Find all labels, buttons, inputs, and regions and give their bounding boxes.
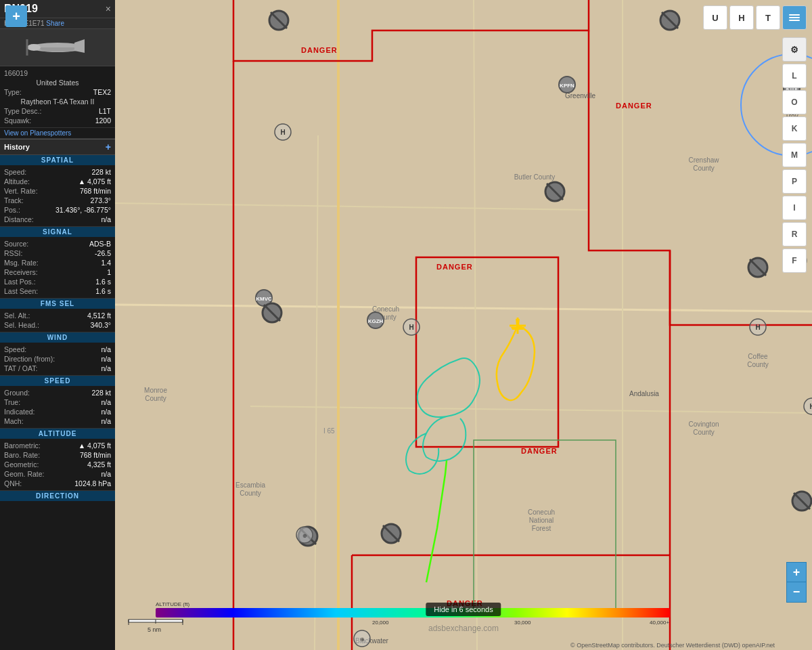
true-speed-value: n/a bbox=[101, 398, 111, 406]
l-button[interactable]: L bbox=[782, 64, 807, 88]
svg-text:KMVC: KMVC bbox=[256, 296, 272, 302]
svg-marker-3 bbox=[74, 47, 85, 53]
sel-head-value: 340.3° bbox=[91, 321, 111, 329]
i-button[interactable]: I bbox=[782, 196, 807, 220]
type-label: Type: bbox=[4, 88, 22, 96]
svg-text:H: H bbox=[809, 403, 812, 410]
tat-row: TAT / OAT: n/a bbox=[0, 364, 115, 373]
altitude-section: Barometric: ▲ 4,075 ft Baro. Rate: 768 f… bbox=[0, 439, 115, 491]
sel-alt-row: Sel. Alt.: 4,512 ft bbox=[0, 311, 115, 320]
history-label: History bbox=[4, 143, 30, 151]
toolbar-u-button[interactable]: U bbox=[703, 5, 727, 30]
zoom-out-button[interactable]: − bbox=[786, 582, 807, 603]
last-seen-value: 1.6 s bbox=[95, 287, 111, 295]
no-entry-marker-4 bbox=[748, 258, 767, 277]
svg-text:Conecuh: Conecuh bbox=[528, 508, 555, 516]
no-entry-marker-6 bbox=[382, 524, 401, 543]
type-desc-row: Type Desc.: L1T bbox=[0, 106, 115, 116]
type-desc-value: L1T bbox=[99, 107, 111, 115]
map-add-button[interactable]: + bbox=[5, 5, 27, 27]
fms-sel-section: Sel. Alt.: 4,512 ft Sel. Head.: 340.3° bbox=[0, 309, 115, 332]
ground-speed-row: Ground: 228 kt bbox=[0, 388, 115, 397]
country-value: United States bbox=[36, 79, 78, 87]
type-value: TEX2 bbox=[93, 88, 111, 96]
last-pos-row: Last Pos.: 1.6 s bbox=[0, 277, 115, 286]
speed-header: SPEED bbox=[0, 376, 115, 386]
p-button[interactable]: P bbox=[782, 169, 807, 194]
rssi-label: RSSI: bbox=[4, 249, 22, 257]
rssi-row: RSSI: -26.5 bbox=[0, 248, 115, 258]
map-container[interactable]: I 65 DANGER DANGER DANGER DANGER DANGER … bbox=[115, 0, 812, 650]
vert-rate-row: Vert. Rate: 768 ft/min bbox=[0, 186, 115, 196]
mach-row: Mach: n/a bbox=[0, 416, 115, 426]
svg-text:5 nm: 5 nm bbox=[148, 626, 161, 633]
history-add-button[interactable]: + bbox=[106, 142, 111, 152]
ground-speed-label: Ground: bbox=[4, 389, 30, 397]
track-value: 273.3° bbox=[91, 196, 111, 204]
gear-button[interactable]: ⚙ bbox=[782, 37, 807, 62]
o-button[interactable]: O bbox=[782, 90, 807, 114]
k-button[interactable]: K bbox=[782, 116, 807, 141]
last-pos-value: 1.6 s bbox=[95, 278, 111, 286]
svg-text:ALTITUDE (ft): ALTITUDE (ft) bbox=[156, 601, 189, 607]
svg-rect-103 bbox=[156, 608, 670, 618]
svg-text:H: H bbox=[755, 324, 760, 331]
svg-text:County: County bbox=[240, 490, 261, 497]
history-section-header: History + bbox=[0, 139, 115, 155]
sel-head-row: Sel. Head.: 340.3° bbox=[0, 320, 115, 330]
svg-text:40,000+: 40,000+ bbox=[650, 620, 669, 626]
geom-value: 4,325 ft bbox=[87, 460, 111, 469]
signal-header: SIGNAL bbox=[0, 227, 115, 237]
zoom-in-button[interactable]: + bbox=[786, 562, 807, 582]
squawk-row: Squawk: 1200 bbox=[0, 116, 115, 125]
no-entry-marker-3 bbox=[545, 182, 564, 201]
true-speed-row: True: n/a bbox=[0, 397, 115, 407]
svg-marker-2 bbox=[74, 39, 85, 47]
no-entry-marker-9 bbox=[792, 492, 811, 511]
ground-speed-value: 228 kt bbox=[91, 389, 111, 397]
toolbar-layers-button[interactable] bbox=[782, 5, 807, 30]
svg-text:DANGER: DANGER bbox=[436, 263, 473, 271]
indicated-speed-value: n/a bbox=[101, 408, 111, 416]
track-row: Track: 273.3° bbox=[0, 196, 115, 205]
hide-notification-text: Hide in 6 seconds bbox=[434, 605, 493, 613]
sel-alt-value: 4,512 ft bbox=[87, 311, 111, 320]
svg-text:Butler County: Butler County bbox=[514, 173, 556, 181]
aircraft-image bbox=[0, 29, 115, 66]
no-entry-marker-1 bbox=[269, 11, 288, 30]
qnh-label: QNH: bbox=[4, 479, 22, 488]
svg-text:County: County bbox=[145, 395, 166, 402]
view-planespotters-link[interactable]: View on Planespotters bbox=[0, 128, 115, 139]
f-button[interactable]: F bbox=[782, 248, 807, 273]
wind-direction-value: n/a bbox=[101, 355, 111, 363]
svg-text:⊕: ⊕ bbox=[302, 533, 307, 539]
toolbar-h-button[interactable]: H bbox=[729, 5, 754, 30]
svg-text:H: H bbox=[409, 324, 413, 331]
svg-rect-115 bbox=[789, 17, 800, 18]
r-button[interactable]: R bbox=[782, 222, 807, 246]
squawk-value: 1200 bbox=[95, 116, 111, 125]
tat-value: n/a bbox=[101, 364, 111, 372]
altitude-value: ▲ 4,075 ft bbox=[78, 177, 111, 186]
top-toolbar: U H T bbox=[703, 5, 807, 30]
toolbar-t-button[interactable]: T bbox=[756, 5, 780, 30]
svg-rect-116 bbox=[789, 20, 800, 21]
geom-label: Geometric: bbox=[4, 460, 39, 469]
track-label: Track: bbox=[4, 196, 24, 204]
svg-point-4 bbox=[27, 44, 41, 51]
close-button[interactable]: × bbox=[106, 3, 111, 14]
svg-text:Greenville: Greenville bbox=[565, 92, 595, 100]
baro-rate-label: Baro. Rate: bbox=[4, 451, 40, 459]
msg-rate-value: 1.4 bbox=[101, 259, 111, 267]
share-link[interactable]: Share bbox=[46, 20, 64, 27]
m-button[interactable]: M bbox=[782, 143, 807, 167]
qnh-value: 1024.8 hPa bbox=[74, 479, 111, 488]
hide-notification[interactable]: Hide in 6 seconds bbox=[426, 603, 501, 616]
source-row: Source: ADS-B bbox=[0, 239, 115, 248]
mach-label: Mach: bbox=[4, 417, 24, 425]
wind-direction-label: Direction (from): bbox=[4, 355, 55, 363]
vert-rate-value: 768 ft/min bbox=[80, 187, 111, 195]
altitude-row: Altitude: ▲ 4,075 ft bbox=[0, 177, 115, 186]
type-desc-label: Type Desc.: bbox=[4, 107, 41, 115]
indicated-speed-label: Indicated: bbox=[4, 408, 35, 416]
